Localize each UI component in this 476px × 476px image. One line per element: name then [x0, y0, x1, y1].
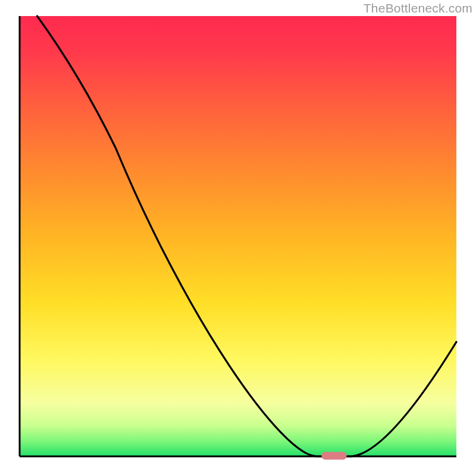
optimum-marker [322, 452, 347, 460]
bottleneck-chart [0, 0, 476, 476]
plot-background [20, 16, 456, 456]
watermark-text: TheBottleneck.com [364, 1, 472, 15]
chart-stage: TheBottleneck.com [0, 0, 476, 476]
